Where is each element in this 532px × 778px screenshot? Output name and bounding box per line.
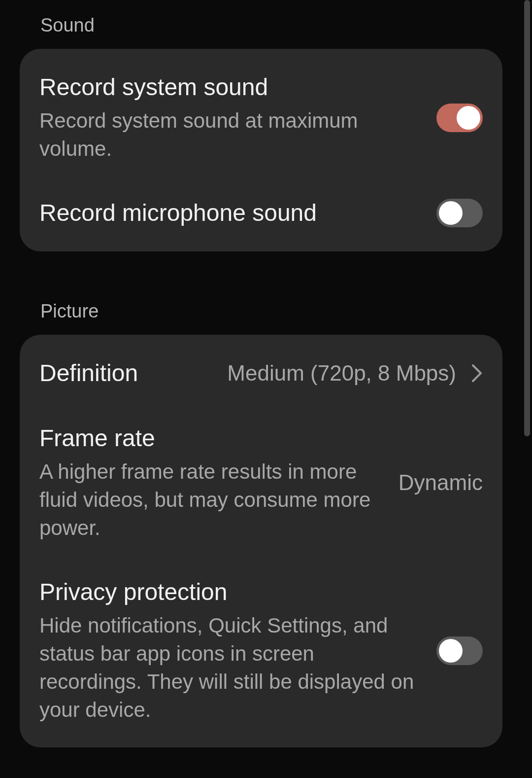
setting-subtitle: A higher frame rate results in more flui… [39,458,384,542]
toggle-record-microphone-sound[interactable] [436,199,483,227]
row-privacy-protection[interactable]: Privacy protection Hide notifications, Q… [20,560,502,742]
section-header-picture: Picture [0,286,522,335]
setting-subtitle: Hide notifications, Quick Settings, and … [39,612,422,724]
setting-title: Frame rate [39,424,384,453]
chevron-right-icon [471,363,483,383]
row-text: Frame rate A higher frame rate results i… [39,424,384,542]
toggle-knob [439,201,463,225]
row-text: Record system sound Record system sound … [39,72,422,163]
toggle-privacy-protection[interactable] [436,637,483,665]
settings-scroll-area[interactable]: Sound Record system sound Record system … [0,0,522,778]
row-record-system-sound[interactable]: Record system sound Record system sound … [20,55,502,180]
row-record-microphone-sound[interactable]: Record microphone sound [20,180,502,246]
picture-card: Definition Medium (720p, 8 Mbps) Frame r… [20,335,502,747]
row-text: Record microphone sound [39,198,422,228]
toggle-record-system-sound[interactable] [436,104,483,132]
sound-card: Record system sound Record system sound … [20,49,502,251]
section-header-sound: Sound [0,0,522,49]
section-gap [0,251,522,286]
toggle-knob [457,106,480,130]
scrollbar-thumb[interactable] [524,0,530,436]
toggle-knob [439,639,463,663]
setting-value: Medium (720p, 8 Mbps) [227,361,456,386]
setting-title: Definition [39,358,138,388]
row-text: Definition [39,358,138,388]
setting-title: Record system sound [39,72,422,102]
setting-title: Privacy protection [39,577,422,607]
setting-title: Record microphone sound [39,198,422,228]
row-definition[interactable]: Definition Medium (720p, 8 Mbps) [20,341,502,406]
setting-subtitle: Record system sound at maximum volume. [39,107,422,163]
setting-value: Dynamic [399,470,483,495]
row-frame-rate[interactable]: Frame rate A higher frame rate results i… [20,406,502,560]
row-text: Privacy protection Hide notifications, Q… [39,577,422,724]
